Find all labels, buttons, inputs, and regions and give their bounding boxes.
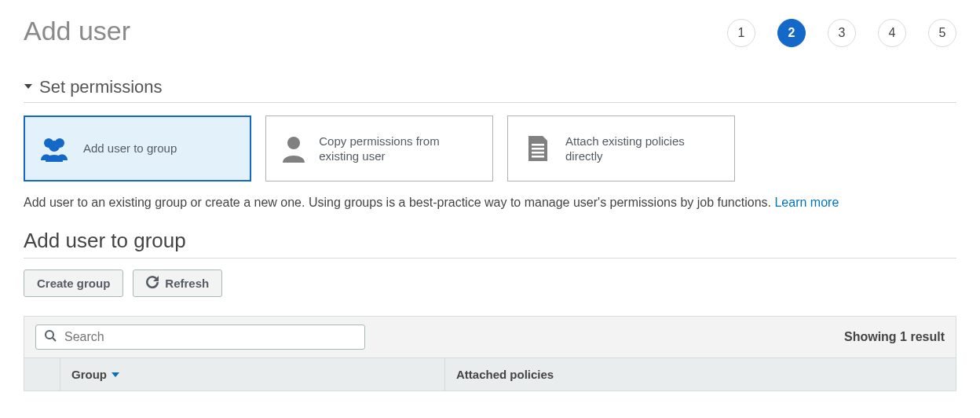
svg-rect-6 [532, 152, 544, 154]
svg-line-9 [53, 338, 56, 341]
set-permissions-heading: Set permissions [39, 77, 163, 97]
sort-caret-down-icon [112, 368, 119, 381]
group-toolbar: Create group Refresh [24, 270, 956, 297]
search-icon [44, 329, 63, 345]
wizard-step-2[interactable]: 2 [777, 19, 806, 47]
table-header-row: Group Attached policies [24, 358, 956, 390]
wizard-step-4[interactable]: 4 [878, 19, 906, 47]
search-input[interactable] [63, 329, 357, 345]
permission-option-cards: Add user to group Copy permissions from … [24, 116, 956, 182]
refresh-button[interactable]: Refresh [133, 270, 222, 297]
page-title: Add user [24, 16, 130, 46]
document-icon [521, 134, 554, 163]
learn-more-link[interactable]: Learn more [774, 196, 839, 209]
column-header-checkbox [24, 358, 60, 390]
column-header-group[interactable]: Group [60, 358, 445, 390]
permissions-description: Add user to an existing group or create … [24, 196, 956, 210]
group-icon [38, 135, 72, 162]
option-attach-policies[interactable]: Attach existing policies directly [507, 116, 735, 182]
option-label: Copy permissions from existing user [319, 134, 480, 164]
refresh-icon [146, 276, 159, 291]
svg-rect-4 [532, 144, 544, 146]
wizard-step-3[interactable]: 3 [828, 19, 856, 47]
option-label: Attach existing policies directly [565, 134, 722, 164]
column-label: Group [71, 368, 107, 381]
option-copy-permissions[interactable]: Copy permissions from existing user [265, 116, 493, 182]
user-icon [279, 134, 308, 163]
search-box[interactable] [35, 324, 365, 350]
option-label: Add user to group [83, 141, 177, 156]
wizard-steps: 1 2 3 4 5 [727, 16, 956, 47]
caret-down-icon [24, 80, 33, 94]
svg-rect-7 [532, 156, 544, 158]
button-label: Refresh [165, 277, 209, 290]
svg-point-3 [287, 137, 300, 149]
option-add-user-to-group[interactable]: Add user to group [24, 116, 251, 182]
groups-table-panel: Showing 1 result Group Attached policies [24, 316, 956, 391]
svg-point-2 [49, 141, 60, 152]
description-text: Add user to an existing group or create … [24, 196, 774, 209]
result-count: Showing 1 result [844, 330, 945, 344]
column-label: Attached policies [456, 368, 554, 381]
button-label: Create group [37, 277, 110, 290]
set-permissions-header[interactable]: Set permissions [24, 77, 956, 103]
wizard-step-5[interactable]: 5 [928, 19, 956, 47]
create-group-button[interactable]: Create group [24, 270, 123, 297]
svg-point-8 [46, 331, 53, 339]
column-header-attached-policies[interactable]: Attached policies [445, 358, 956, 390]
add-user-to-group-heading: Add user to group [24, 229, 956, 258]
wizard-step-1[interactable]: 1 [727, 19, 755, 47]
svg-rect-5 [532, 148, 544, 150]
